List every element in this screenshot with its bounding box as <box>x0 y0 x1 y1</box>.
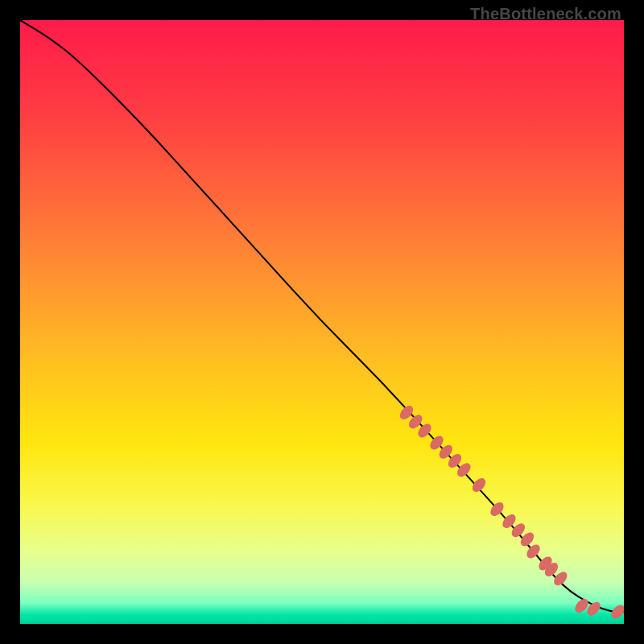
chart-stage: TheBottleneck.com <box>0 0 644 644</box>
scatter-marker <box>470 476 489 494</box>
bottleneck-curve <box>20 20 624 612</box>
attribution-watermark: TheBottleneck.com <box>470 5 621 23</box>
data-overlay <box>20 20 624 624</box>
plot-area <box>20 20 624 624</box>
